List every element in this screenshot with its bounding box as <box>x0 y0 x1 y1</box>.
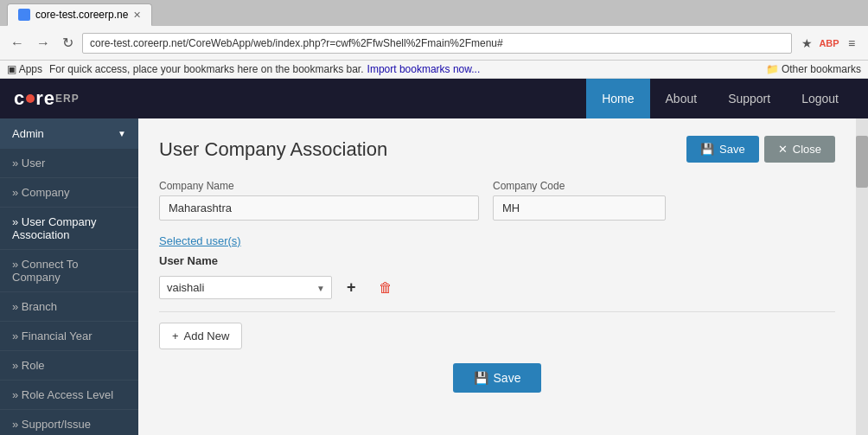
sidebar-section-label: Admin <box>12 127 44 140</box>
adblock-icon[interactable]: ABP <box>820 34 839 53</box>
main-layout: Admin ▼ User Company User Company Associ… <box>0 118 868 435</box>
reload-button[interactable]: ↻ <box>59 31 77 54</box>
header-buttons: 💾 Save ✕ Close <box>686 136 835 163</box>
logo-erp: ERP <box>55 93 80 105</box>
nav-logout[interactable]: Logout <box>786 79 854 118</box>
logo-text2: re <box>35 87 55 110</box>
sidebar-section-admin[interactable]: Admin ▼ <box>0 118 138 149</box>
company-code-group: Company Code <box>493 180 666 221</box>
nav-menu: Home About Support Logout <box>586 79 854 118</box>
save-footer-icon: 💾 <box>474 371 488 385</box>
browser-chrome: core-test.coreerp.ne ✕ ← → ↻ ★ ABP ≡ ▣ A… <box>0 0 868 79</box>
nav-home[interactable]: Home <box>586 79 649 118</box>
selected-users-title[interactable]: Selected user(s) <box>159 234 835 247</box>
user-name-header: User Name <box>159 254 835 267</box>
sidebar-item-user-company-association[interactable]: User Company Association <box>0 208 138 250</box>
toolbar-icons: ★ ABP ≡ <box>797 34 861 53</box>
tab-close-icon[interactable]: ✕ <box>133 10 141 21</box>
folder-icon: 📁 <box>766 63 779 75</box>
save-footer-label: Save <box>494 371 521 385</box>
logo: c re ERP <box>14 87 80 110</box>
address-bar[interactable] <box>82 33 792 54</box>
save-icon: 💾 <box>700 143 714 156</box>
user-row: vaishali + 🗑 <box>159 274 835 301</box>
sidebar: Admin ▼ User Company User Company Associ… <box>0 118 138 435</box>
close-icon: ✕ <box>778 143 788 156</box>
app-header: c re ERP Home About Support Logout <box>0 79 868 118</box>
sidebar-item-branch[interactable]: Branch <box>0 292 138 322</box>
company-code-label: Company Code <box>493 180 666 192</box>
content-area: User Company Association 💾 Save ✕ Close … <box>138 118 856 435</box>
add-new-label: Add New <box>184 329 230 342</box>
selected-users-section: Selected user(s) User Name vaishali + 🗑 … <box>159 234 835 349</box>
tab-favicon <box>18 9 30 21</box>
user-select-wrapper: vaishali <box>159 276 332 299</box>
logo-text: c <box>14 87 25 110</box>
nav-about[interactable]: About <box>650 79 713 118</box>
company-name-label: Company Name <box>159 180 479 192</box>
active-tab[interactable]: core-test.coreerp.ne ✕ <box>7 3 152 26</box>
app-container: c re ERP Home About Support Logout Admin… <box>0 79 868 435</box>
sidebar-item-user[interactable]: User <box>0 149 138 178</box>
sidebar-item-company[interactable]: Company <box>0 178 138 208</box>
browser-toolbar: ← → ↻ ★ ABP ≡ <box>0 26 868 61</box>
menu-icon[interactable]: ≡ <box>842 34 861 53</box>
forward-button[interactable]: → <box>33 32 54 54</box>
sidebar-item-financial-year[interactable]: Financial Year <box>0 322 138 351</box>
company-name-group: Company Name <box>159 180 479 221</box>
plus-icon: + <box>172 329 179 342</box>
footer-save: 💾 Save <box>159 363 835 393</box>
sidebar-item-connect-to-company[interactable]: Connect To Company <box>0 250 138 292</box>
page-title: User Company Association <box>159 138 387 161</box>
import-bookmarks-link[interactable]: Import bookmarks now... <box>367 63 481 75</box>
scrollbar[interactable] <box>856 118 868 435</box>
save-footer-button[interactable]: 💾 Save <box>453 363 542 393</box>
page-header: User Company Association 💾 Save ✕ Close <box>159 136 835 163</box>
save-button[interactable]: 💾 Save <box>686 136 759 163</box>
scroll-thumb[interactable] <box>856 136 868 188</box>
delete-user-row-button[interactable]: 🗑 <box>371 276 400 300</box>
logo-dot <box>26 94 35 103</box>
save-label: Save <box>719 143 745 156</box>
company-name-input[interactable] <box>159 195 479 221</box>
bookmarks-bar: ▣ Apps For quick access, place your book… <box>0 61 868 79</box>
nav-support[interactable]: Support <box>712 79 786 118</box>
back-button[interactable]: ← <box>7 32 28 54</box>
tab-bar: core-test.coreerp.ne ✕ <box>0 0 868 26</box>
add-user-row-button[interactable]: + <box>339 274 364 301</box>
form-row: Company Name Company Code <box>159 180 835 221</box>
bookmarks-text: For quick access, place your bookmarks h… <box>49 63 364 75</box>
apps-icon: ▣ Apps <box>7 63 42 75</box>
sidebar-item-role[interactable]: Role <box>0 351 138 381</box>
close-label: Close <box>793 143 821 156</box>
sidebar-item-role-access-level[interactable]: Role Access Level <box>0 381 138 410</box>
divider <box>159 311 835 312</box>
user-select[interactable]: vaishali <box>159 276 332 299</box>
bookmark-star-icon[interactable]: ★ <box>797 34 816 53</box>
chevron-down-icon: ▼ <box>118 129 126 138</box>
close-button[interactable]: ✕ Close <box>764 136 835 163</box>
add-new-button[interactable]: + Add New <box>159 323 242 349</box>
other-bookmarks: 📁 Other bookmarks <box>766 63 861 75</box>
tab-label: core-test.coreerp.ne <box>35 9 128 21</box>
sidebar-item-support-issue[interactable]: Support/Issue <box>0 410 138 435</box>
company-code-input[interactable] <box>493 195 666 221</box>
